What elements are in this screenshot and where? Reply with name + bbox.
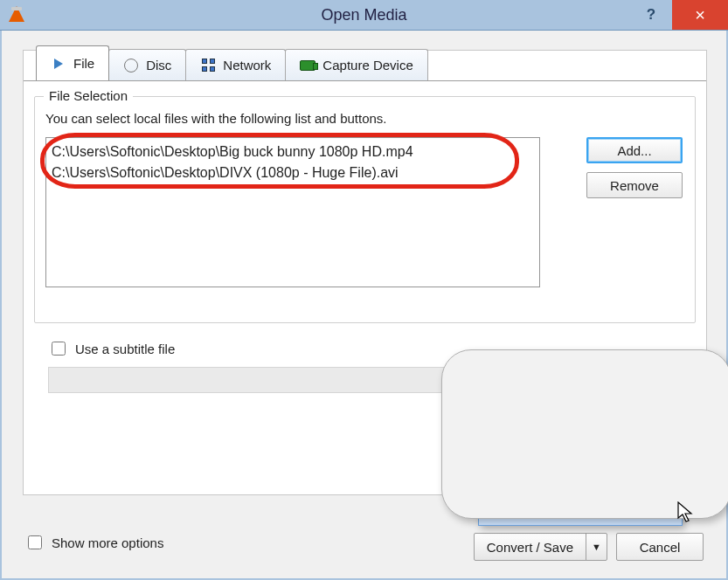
network-icon <box>200 58 216 73</box>
browse-button-label: Browse... <box>597 373 652 388</box>
file-selection-legend: File Selection <box>44 88 133 103</box>
show-more-options-label: Show more options <box>52 535 163 550</box>
browse-button: Browse... <box>563 367 685 393</box>
tabstrip: File Disc Network Capture Device <box>24 49 706 80</box>
menu-item-shortcut: Alt+P <box>635 445 669 460</box>
show-more-options-input[interactable] <box>28 535 42 549</box>
file-item[interactable]: C:\Users\Softonic\Desktop\Big buck bunny… <box>52 142 534 162</box>
cancel-button[interactable]: Cancel <box>616 533 704 561</box>
capture-icon <box>300 58 315 73</box>
file-selection-hint: You can select local files with the foll… <box>45 111 387 126</box>
file-selection-fieldset: File Selection You can select local file… <box>34 96 696 323</box>
titlebar: Open Media ? × <box>0 0 728 31</box>
menu-item-shortcut: Alt+E <box>635 415 669 431</box>
bottom-buttons: Convert / Save ▼ Cancel <box>474 533 704 561</box>
use-subtitle-checkbox[interactable]: Use a subtitle file <box>48 339 175 358</box>
add-button[interactable]: Add... <box>586 137 683 163</box>
subtitle-row: Use a subtitle file <box>48 339 685 358</box>
cancel-button-label: Cancel <box>640 540 681 555</box>
file-item[interactable]: C:\Users\Softonic\Desktop\DIVX (1080p - … <box>52 162 534 183</box>
client-area: File Disc Network Capture Device File Se… <box>0 31 728 580</box>
mouse-cursor-icon <box>677 501 695 524</box>
menu-item-convert[interactable]: Convert Alt+O <box>478 496 683 526</box>
menu-item-label: Enqueue <box>500 415 556 431</box>
tab-capture[interactable]: Capture Device <box>285 49 427 80</box>
tab-file-label: File <box>73 56 94 71</box>
tab-disc-label: Disc <box>146 58 171 72</box>
svg-marker-0 <box>678 502 691 521</box>
menu-item-label: Stream <box>500 474 545 490</box>
tab-capture-label: Capture Device <box>322 58 413 72</box>
window-title: Open Media <box>0 6 728 24</box>
convert-save-button[interactable]: Convert / Save <box>475 534 586 560</box>
tab-network-label: Network <box>223 58 271 72</box>
convert-save-dropdown[interactable]: ▼ <box>586 534 607 560</box>
show-more-options-checkbox[interactable]: Show more options <box>24 533 163 552</box>
tab-network[interactable]: Network <box>185 49 286 80</box>
menu-item-label: Play <box>500 445 527 460</box>
subtitle-path-field <box>48 367 549 393</box>
menu-item-shortcut: Alt+S <box>635 474 669 490</box>
help-button[interactable]: ? <box>630 0 672 30</box>
menu-item-enqueue[interactable]: Enqueue Alt+E <box>479 408 682 438</box>
use-subtitle-checkbox-input[interactable] <box>52 342 66 356</box>
add-button-label: Add... <box>617 143 651 158</box>
file-list[interactable]: C:\Users\Softonic\Desktop\Big buck bunny… <box>45 137 540 287</box>
use-subtitle-label: Use a subtitle file <box>75 342 175 356</box>
tab-disc[interactable]: Disc <box>108 49 186 80</box>
close-button[interactable]: × <box>672 0 728 30</box>
tab-file[interactable]: File <box>36 45 109 80</box>
remove-button-label: Remove <box>610 178 659 193</box>
menu-item-play[interactable]: Play Alt+P <box>479 438 682 467</box>
menu-item-stream[interactable]: Stream Alt+S <box>479 467 682 497</box>
disc-icon <box>123 58 139 73</box>
menu-item-shortcut: Alt+O <box>634 503 669 519</box>
convert-save-menu: Enqueue Alt+E Play Alt+P Stream Alt+S Co… <box>478 407 683 526</box>
subtitle-path-row: Browse... <box>48 365 685 395</box>
file-icon <box>51 56 66 72</box>
vlc-cone-icon <box>9 6 26 24</box>
menu-item-label: Convert <box>500 503 549 519</box>
remove-button[interactable]: Remove <box>586 172 683 198</box>
convert-save-splitbutton[interactable]: Convert / Save ▼ <box>474 533 607 561</box>
convert-save-label: Convert / Save <box>487 540 573 555</box>
tab-separator <box>24 80 706 81</box>
